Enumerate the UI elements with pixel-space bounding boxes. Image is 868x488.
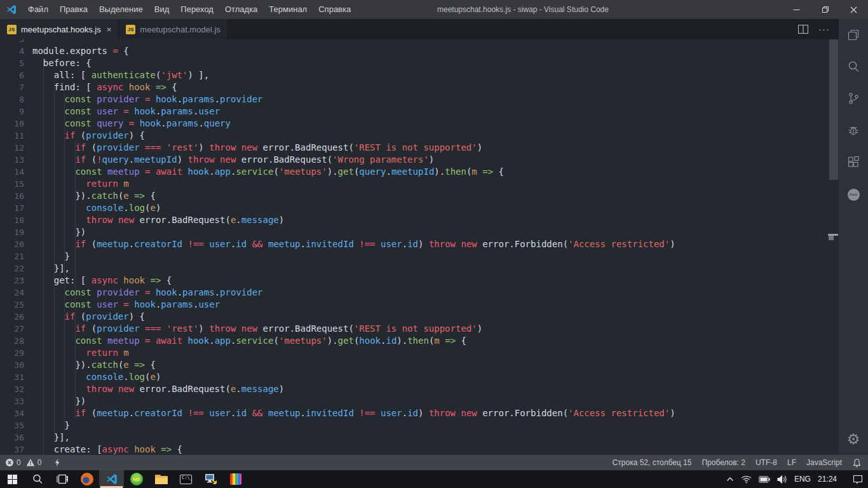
code-line-21[interactable]: 21 } (0, 250, 839, 262)
code-line-34[interactable]: 34 if (meetup.creatorId !== user.id && m… (0, 407, 839, 419)
battery-icon[interactable] (759, 476, 770, 483)
code-line-23[interactable]: 23 get: [ async hook => { (0, 274, 839, 287)
code-line-10[interactable]: 10 const query = hook.params.query (0, 118, 839, 130)
start-button[interactable] (0, 470, 25, 488)
menu-item-7[interactable]: Терминал (263, 0, 313, 19)
window-title: meetupschat.hooks.js - siwap - Visual St… (437, 0, 609, 19)
code-line-36[interactable]: 36 }], (0, 431, 839, 444)
code-line-15[interactable]: 15 return m (0, 178, 839, 190)
minimize-button[interactable] (782, 0, 811, 19)
heidisql-button[interactable]: HS (124, 470, 149, 488)
menu-item-3[interactable]: Выделение (93, 0, 149, 19)
code-line-8[interactable]: 8 const provider = hook.params.provider (0, 93, 839, 105)
line-number: 32 (0, 383, 24, 395)
code-line-31[interactable]: 31 console.log(e) (0, 371, 839, 383)
code-line-22[interactable]: 22 }], (0, 262, 839, 274)
line-number: 29 (0, 347, 24, 359)
tab-close-icon[interactable]: × (107, 25, 112, 34)
code-line-37[interactable]: 37 create: [async hook => { (0, 444, 839, 455)
speaker-icon[interactable] (777, 475, 787, 484)
code-line-33[interactable]: 33 }) (0, 395, 839, 407)
windows-logo-icon (8, 475, 17, 484)
tab-meetupschat.model.js[interactable]: JSmeetupschat.model.js (119, 19, 227, 39)
code-line-3[interactable]: 3 (0, 39, 839, 45)
gear-icon[interactable]: ⚙ (839, 424, 868, 454)
status-item-1[interactable]: Строка 52, столбец 15 (613, 458, 692, 467)
explorer-files-icon[interactable] (839, 20, 868, 50)
file-explorer-button[interactable] (149, 470, 173, 488)
code-line-29[interactable]: 29 return m (0, 347, 839, 359)
tab-meetupschat.hooks.js[interactable]: JSmeetupschat.hooks.js× (0, 19, 119, 39)
status-item-4[interactable]: LF (787, 458, 796, 467)
line-number: 16 (0, 190, 24, 202)
code-line-20[interactable]: 20 if (meetup.creatorId !== user.id && m… (0, 238, 839, 250)
folder-icon (155, 475, 168, 484)
code-line-35[interactable]: 35 } (0, 419, 839, 431)
code-line-14[interactable]: 14 const meetup = await hook.app.service… (0, 166, 839, 178)
line-number: 21 (0, 250, 24, 262)
code-line-9[interactable]: 9 const user = hook.params.user (0, 105, 839, 118)
task-view-button[interactable] (50, 470, 74, 488)
code-line-28[interactable]: 28 const meetup = await hook.app.service… (0, 335, 839, 347)
status-item-5[interactable]: JavaScript (806, 458, 842, 467)
code-line-19[interactable]: 19 }) (0, 226, 839, 238)
split-editor-icon[interactable] (798, 25, 808, 34)
code-line-11[interactable]: 11 if (provider) { (0, 130, 839, 142)
chevron-up-icon[interactable] (726, 477, 734, 482)
taskbar-search-button[interactable] (25, 470, 50, 488)
code-line-12[interactable]: 12 if (provider === 'rest') throw new er… (0, 142, 839, 154)
vscode-button[interactable] (99, 470, 124, 488)
code-line-7[interactable]: 7 find: [ async hook => { (0, 81, 839, 93)
code-line-6[interactable]: 6 all: [ authenticate('jwt') ], (0, 69, 839, 81)
line-number: 9 (0, 105, 24, 118)
menu-item-6[interactable]: Отладка (219, 0, 263, 19)
status-item-2[interactable]: Пробелов: 2 (702, 458, 745, 467)
notifications-bell-icon[interactable] (852, 458, 862, 468)
code-line-18[interactable]: 18 throw new error.BadRequest(e.message) (0, 214, 839, 226)
line-number: 22 (0, 262, 24, 274)
menu-item-8[interactable]: Справка (313, 0, 356, 19)
task-view-icon (57, 474, 68, 484)
more-actions-icon[interactable]: ··· (818, 26, 830, 32)
extensions-icon[interactable] (839, 147, 868, 177)
close-button[interactable] (839, 0, 868, 19)
debug-bug-icon[interactable] (839, 116, 868, 145)
code-line-13[interactable]: 13 if (!query.meetupId) throw new error.… (0, 154, 839, 166)
language-indicator[interactable]: ENG (794, 475, 811, 484)
cursor-position-marker (829, 236, 834, 240)
remote-desktop-button[interactable] (198, 470, 223, 488)
lightning-icon[interactable] (53, 458, 62, 467)
code-line-16[interactable]: 16 }).catch(e => { (0, 190, 839, 202)
menu-item-1[interactable]: Файл (22, 0, 54, 19)
menu-item-2[interactable]: Правка (54, 0, 93, 19)
action-center-icon[interactable] (853, 475, 863, 484)
code-line-24[interactable]: 24 const provider = hook.params.provider (0, 287, 839, 299)
code-line-30[interactable]: 30 }).catch(e => { (0, 359, 839, 371)
code-line-27[interactable]: 27 if (provider === 'rest') throw new er… (0, 323, 839, 335)
cmd-icon: C:\_ (180, 475, 192, 484)
problems-panel-button[interactable]: 0 0 (0, 458, 62, 467)
code-line-17[interactable]: 17 console.log(e) (0, 202, 839, 214)
code-line-4[interactable]: 4module.exports = { (0, 45, 839, 57)
search-icon[interactable] (839, 52, 868, 81)
json-extension-icon[interactable]: Json (839, 180, 868, 209)
source-control-icon[interactable] (839, 84, 868, 113)
code-editor[interactable]: 34module.exports = {5 before: {6 all: [ … (0, 39, 839, 455)
restore-button[interactable] (811, 0, 839, 19)
line-number: 27 (0, 323, 24, 335)
code-line-25[interactable]: 25 const user = hook.params.user (0, 299, 839, 311)
color-tool-button[interactable] (223, 470, 248, 488)
menu-item-4[interactable]: Вид (149, 0, 175, 19)
js-file-icon: JS (7, 25, 17, 34)
editor-scrollbar[interactable] (829, 39, 838, 180)
js-file-icon: JS (126, 25, 135, 34)
firefox-button[interactable] (74, 470, 99, 488)
code-line-5[interactable]: 5 before: { (0, 57, 839, 69)
menu-item-5[interactable]: Переход (175, 0, 219, 19)
clock[interactable]: 21:24 (818, 475, 837, 484)
code-line-32[interactable]: 32 throw new error.BadRequest(e.message) (0, 383, 839, 395)
status-item-3[interactable]: UTF-8 (756, 458, 777, 467)
wifi-icon[interactable] (741, 475, 752, 484)
code-line-26[interactable]: 26 if (provider) { (0, 311, 839, 323)
command-prompt-button[interactable]: C:\_ (173, 470, 198, 488)
